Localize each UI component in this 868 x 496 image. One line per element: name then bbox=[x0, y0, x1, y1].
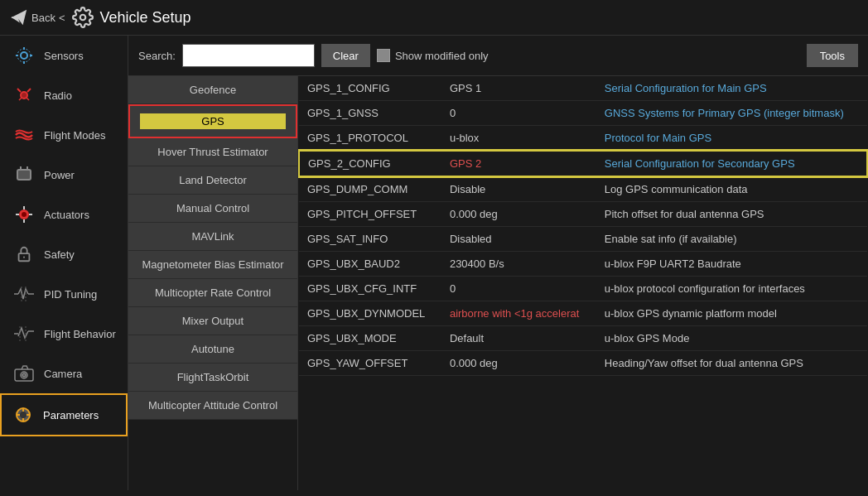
parameters-icon bbox=[12, 403, 35, 426]
table-row[interactable]: GPS_UBX_CFG_INTF0u-blox protocol configu… bbox=[299, 277, 867, 301]
param-value-cell[interactable]: 0 bbox=[441, 277, 596, 301]
sub-nav-mixer-output[interactable]: Mixer Output bbox=[128, 307, 297, 335]
param-value-cell[interactable]: 230400 B/s bbox=[441, 252, 596, 277]
search-label: Search: bbox=[138, 50, 176, 62]
radio-label: Radio bbox=[44, 89, 72, 102]
svg-point-5 bbox=[22, 93, 27, 98]
power-icon bbox=[12, 163, 36, 186]
svg-point-3 bbox=[17, 49, 31, 62]
sidebar: Sensors Radio Fli bbox=[0, 36, 128, 490]
param-name-cell: GPS_1_PROTOCOL bbox=[299, 126, 441, 152]
params-data-table: GPS_1_CONFIGGPS 1Serial Configuration fo… bbox=[298, 76, 868, 376]
param-desc-cell: Serial Configuration for Main GPS bbox=[596, 76, 867, 101]
table-row[interactable]: GPS_1_CONFIGGPS 1Serial Configuration fo… bbox=[299, 76, 867, 101]
table-row[interactable]: GPS_PITCH_OFFSET0.000 degPitch offset fo… bbox=[299, 202, 867, 227]
tools-button[interactable]: Tools bbox=[807, 44, 858, 67]
show-modified-label: Show modified only bbox=[395, 50, 489, 62]
sidebar-item-flight-modes[interactable]: Flight Modes bbox=[0, 115, 128, 155]
content-body: Geofence GPS Hover Thrust Estimator Land… bbox=[128, 76, 868, 490]
sub-nav-land-detector[interactable]: Land Detector bbox=[128, 166, 297, 195]
show-modified-container: Show modified only bbox=[377, 49, 489, 62]
back-button[interactable]: Back < bbox=[10, 8, 65, 26]
params-table: GPS_1_CONFIGGPS 1Serial Configuration fo… bbox=[298, 76, 868, 490]
svg-rect-6 bbox=[17, 170, 31, 180]
svg-point-27 bbox=[22, 373, 26, 377]
param-name-cell: GPS_UBX_MODE bbox=[299, 326, 441, 351]
sidebar-item-power[interactable]: Power bbox=[0, 155, 128, 195]
svg-point-1 bbox=[80, 15, 85, 21]
param-value-cell[interactable]: 0.000 deg bbox=[441, 202, 596, 227]
param-desc-cell: u-blox GPS Mode bbox=[596, 326, 867, 351]
param-desc-cell: u-blox protocol configuration for interf… bbox=[596, 277, 867, 301]
sub-nav-multicopter-rate[interactable]: Multicopter Rate Control bbox=[128, 279, 297, 307]
sub-nav-geofence[interactable]: Geofence bbox=[128, 76, 297, 104]
sidebar-item-sensors[interactable]: Sensors bbox=[0, 36, 128, 75]
param-name-cell: GPS_PITCH_OFFSET bbox=[299, 202, 441, 227]
table-row[interactable]: GPS_YAW_OFFSET0.000 degHeading/Yaw offse… bbox=[299, 351, 867, 376]
camera-icon bbox=[12, 362, 36, 385]
param-name-cell: GPS_YAW_OFFSET bbox=[299, 351, 441, 376]
param-desc-cell: Protocol for Main GPS bbox=[596, 126, 867, 152]
sub-nav: Geofence GPS Hover Thrust Estimator Land… bbox=[128, 76, 298, 490]
parameters-label: Parameters bbox=[43, 409, 99, 421]
sidebar-item-flight-behavior[interactable]: Flight Behavior bbox=[0, 314, 128, 354]
main-layout: Sensors Radio Fli bbox=[0, 36, 868, 490]
table-row[interactable]: GPS_SAT_INFODisabledEnable sat info (if … bbox=[299, 227, 867, 252]
table-row[interactable]: GPS_1_PROTOCOLu-bloxProtocol for Main GP… bbox=[299, 126, 867, 152]
param-desc-cell: GNSS Systems for Primary GPS (integer bi… bbox=[596, 101, 867, 126]
header: Back < Vehicle Setup bbox=[0, 0, 868, 36]
param-name-cell: GPS_1_GNSS bbox=[299, 101, 441, 126]
table-row[interactable]: GPS_UBX_DYNMODELairborne with <1g accele… bbox=[299, 301, 867, 326]
flight-modes-label: Flight Modes bbox=[44, 129, 105, 142]
back-label: Back bbox=[31, 12, 55, 24]
sidebar-item-parameters[interactable]: Parameters bbox=[0, 393, 128, 436]
sidebar-item-camera[interactable]: Camera bbox=[0, 354, 128, 393]
param-desc-cell: Pitch offset for dual antenna GPS bbox=[596, 202, 867, 227]
sidebar-item-safety[interactable]: Safety bbox=[0, 234, 128, 274]
sub-nav-mavlink[interactable]: MAVLink bbox=[128, 223, 297, 251]
param-desc-cell: Heading/Yaw offset for dual antenna GPS bbox=[596, 351, 867, 376]
param-desc-cell: Enable sat info (if available) bbox=[596, 227, 867, 252]
param-value-cell[interactable]: u-blox bbox=[441, 126, 596, 152]
param-name-cell: GPS_UBX_BAUD2 bbox=[299, 252, 441, 277]
sub-nav-magnetometer-bias[interactable]: Magnetometer Bias Estimator bbox=[128, 251, 297, 279]
camera-label: Camera bbox=[44, 368, 82, 380]
param-value-cell[interactable]: Default bbox=[441, 326, 596, 351]
sidebar-item-pid-tuning[interactable]: PID Tuning bbox=[0, 274, 128, 314]
param-value-cell[interactable]: Disabled bbox=[441, 227, 596, 252]
param-value-cell[interactable]: GPS 1 bbox=[441, 76, 596, 101]
page-title: Vehicle Setup bbox=[100, 9, 191, 26]
sub-nav-gps-label: GPS bbox=[140, 113, 286, 129]
sub-nav-gps[interactable]: GPS bbox=[128, 104, 297, 138]
sub-nav-hover-thrust[interactable]: Hover Thrust Estimator bbox=[128, 138, 297, 166]
show-modified-checkbox[interactable] bbox=[377, 49, 390, 62]
table-row[interactable]: GPS_DUMP_COMMDisableLog GPS communicatio… bbox=[299, 176, 867, 202]
table-row[interactable]: GPS_2_CONFIGGPS 2Serial Configuration fo… bbox=[299, 151, 867, 176]
param-value-cell[interactable]: Disable bbox=[441, 176, 596, 202]
svg-point-10 bbox=[22, 212, 27, 217]
param-desc-cell: u-blox GPS dynamic platform model bbox=[596, 301, 867, 326]
table-row[interactable]: GPS_UBX_BAUD2230400 B/su-blox F9P UART2 … bbox=[299, 252, 867, 277]
sidebar-item-actuators[interactable]: Actuators bbox=[0, 195, 128, 234]
param-name-cell: GPS_DUMP_COMM bbox=[299, 176, 441, 202]
param-value-cell[interactable]: 0 bbox=[441, 101, 596, 126]
param-value-cell[interactable]: 0.000 deg bbox=[441, 351, 596, 376]
param-name-cell: GPS_SAT_INFO bbox=[299, 227, 441, 252]
param-desc-cell: u-blox F9P UART2 Baudrate bbox=[596, 252, 867, 277]
param-desc-cell: Log GPS communication data bbox=[596, 176, 867, 202]
sensors-icon bbox=[12, 44, 36, 67]
clear-button[interactable]: Clear bbox=[321, 44, 370, 67]
search-input[interactable] bbox=[182, 44, 315, 67]
table-row[interactable]: GPS_UBX_MODEDefaultu-blox GPS Mode bbox=[299, 326, 867, 351]
sub-nav-flighttask-orbit[interactable]: FlightTaskOrbit bbox=[128, 364, 297, 392]
sidebar-item-radio[interactable]: Radio bbox=[0, 75, 128, 115]
sub-nav-autotune[interactable]: Autotune bbox=[128, 335, 297, 364]
param-value-cell[interactable]: GPS 2 bbox=[441, 151, 596, 176]
sub-nav-manual-control[interactable]: Manual Control bbox=[128, 195, 297, 223]
flight-behavior-label: Flight Behavior bbox=[44, 328, 116, 340]
pid-label: PID Tuning bbox=[44, 288, 97, 301]
sub-nav-multicopter-attitude[interactable]: Multicopter Attitude Control bbox=[128, 392, 297, 420]
actuators-label: Actuators bbox=[44, 209, 89, 221]
param-value-cell[interactable]: airborne with <1g accelerat bbox=[441, 301, 596, 326]
table-row[interactable]: GPS_1_GNSS0GNSS Systems for Primary GPS … bbox=[299, 101, 867, 126]
